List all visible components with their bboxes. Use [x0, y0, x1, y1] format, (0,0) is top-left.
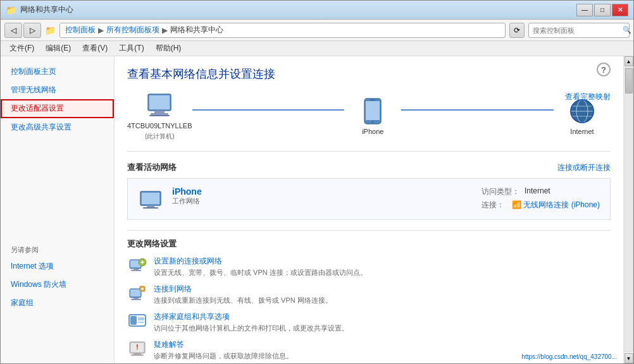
svg-rect-21: [134, 269, 139, 270]
breadcrumb-current: 网络和共享中心: [170, 25, 223, 35]
connector-2: [401, 109, 554, 111]
access-type-value: Internet: [525, 186, 550, 197]
title-bar-controls: — □ ✕: [576, 4, 628, 16]
settings-section: 更改网络设置 设置新的连接或: [127, 230, 611, 361]
connection-row: 连接： 📶 无线网络连接 (iPhone): [482, 200, 600, 210]
computer-icon: [143, 92, 176, 119]
watermark: https://blog.csdn.net/qq_432700...: [521, 352, 617, 361]
iphone-label: iPhone: [362, 128, 383, 135]
address-bar: ◁ ▷ 📁 控制面板 ▶ 所有控制面板项 ▶ 网络和共享中心 ⟳ 🔍: [1, 20, 633, 41]
scroll-thumb[interactable]: [625, 68, 633, 94]
svg-rect-2: [154, 111, 165, 113]
sidebar-item-home[interactable]: 控制面板主页: [1, 63, 114, 81]
settings-icon-1: [127, 284, 147, 301]
view-full-map-link[interactable]: 查看完整映射: [565, 92, 611, 102]
sidebar-item-firewall[interactable]: Windows 防火墙: [1, 276, 114, 294]
connection-link[interactable]: 无线网络连接 (iPhone): [523, 200, 600, 209]
settings-icon-0: [127, 256, 147, 274]
close-button[interactable]: ✕: [612, 4, 628, 16]
settings-item-title-3[interactable]: 疑难解答: [154, 339, 611, 350]
back-button[interactable]: ◁: [4, 23, 22, 38]
sidebar-item-homegroup[interactable]: 家庭组: [1, 294, 114, 312]
settings-item-content-2: 选择家庭组和共享选项 访问位于其他网络计算机上的文件和打印机，或更改共享设置。: [154, 312, 611, 333]
sidebar-item-sharing[interactable]: 更改高级共享设置: [1, 118, 114, 136]
watermark-text: https://blog.csdn.net/qq_432700...: [521, 353, 617, 360]
search-input[interactable]: [533, 27, 620, 34]
settings-item-0: 设置新的连接或网络 设置无线、宽带、拨号、临时或 VPN 连接；或设置路由器或访…: [127, 256, 611, 277]
scrollbar[interactable]: ▲ ▼: [623, 56, 633, 363]
maximize-button[interactable]: □: [594, 4, 611, 16]
svg-rect-39: [134, 353, 141, 355]
svg-text:!: !: [136, 344, 138, 351]
svg-point-7: [371, 121, 374, 123]
active-network-title: 查看活动网络: [127, 162, 177, 173]
node-internet: Internet: [554, 97, 611, 135]
connect-disconnect-link[interactable]: 连接或断开连接: [557, 162, 611, 173]
svg-rect-1: [149, 95, 170, 109]
connection-value: 📶 无线网络连接 (iPhone): [512, 200, 600, 210]
menu-edit[interactable]: 编辑(E): [40, 42, 76, 55]
refresh-button[interactable]: ⟳: [509, 23, 525, 38]
breadcrumb-bar: 控制面板 ▶ 所有控制面板项 ▶ 网络和共享中心: [59, 23, 506, 38]
active-network-header: 查看活动网络 连接或断开连接: [127, 162, 611, 173]
network-card-info: iPhone 工作网络: [172, 186, 473, 206]
scroll-up[interactable]: ▲: [625, 56, 633, 66]
settings-item-title-2[interactable]: 选择家庭组和共享选项: [154, 312, 611, 322]
scroll-down[interactable]: ▼: [625, 353, 633, 363]
menu-file[interactable]: 文件(F): [4, 42, 39, 55]
svg-rect-27: [130, 289, 140, 296]
settings-item-desc-1: 连接到或重新连接到无线、有线、拨号或 VPN 网络连接。: [154, 296, 611, 305]
title-bar: 📁 网络和共享中心 — □ ✕: [1, 1, 633, 20]
menu-help[interactable]: 帮助(H): [151, 42, 187, 55]
breadcrumb-controlpanel[interactable]: 控制面板: [65, 25, 96, 35]
connection-label: 连接：: [482, 200, 507, 210]
scroll-track: [625, 68, 633, 352]
svg-rect-8: [370, 100, 375, 101]
settings-item-content-0: 设置新的连接或网络 设置无线、宽带、拨号、临时或 VPN 连接；或设置路由器或访…: [154, 256, 611, 277]
sidebar-item-adapter[interactable]: 更改适配器设置: [1, 99, 114, 118]
computer-label: 4TCBU09LTNYLLEB: [127, 122, 192, 130]
svg-rect-34: [130, 316, 137, 325]
help-icon[interactable]: ?: [597, 63, 611, 76]
sidebar-item-internet[interactable]: Internet 选项: [1, 257, 114, 276]
title-text: 网络和共享中心: [20, 4, 73, 15]
settings-item-title-0[interactable]: 设置新的连接或网络: [154, 256, 611, 267]
node-iphone: iPhone: [344, 97, 401, 135]
minimize-button[interactable]: —: [576, 4, 593, 16]
access-type-row: 访问类型： Internet: [482, 186, 600, 197]
svg-rect-36: [138, 322, 144, 323]
menu-view[interactable]: 查看(V): [77, 42, 113, 55]
menu-tools[interactable]: 工具(T): [114, 42, 149, 55]
connector-1: [192, 109, 345, 111]
sidebar: 控制面板主页 管理无线网络 更改适配器设置 更改高级共享设置 另请参阅 Inte…: [1, 56, 115, 363]
access-type-label: 访问类型：: [482, 186, 519, 197]
network-name[interactable]: iPhone: [172, 186, 473, 197]
network-card-icon: [138, 186, 163, 212]
svg-rect-28: [134, 298, 139, 299]
main-area: 控制面板主页 管理无线网络 更改适配器设置 更改高级共享设置 另请参阅 Inte…: [1, 56, 633, 363]
settings-item-2: 选择家庭组和共享选项 访问位于其他网络计算机上的文件和打印机，或更改共享设置。: [127, 312, 611, 333]
breadcrumb-allitems[interactable]: 所有控制面板项: [106, 25, 159, 35]
forward-button[interactable]: ▷: [23, 23, 41, 38]
main-window: 📁 网络和共享中心 — □ ✕ ◁ ▷ 📁 控制面板 ▶ 所有控制面板项 ▶ 网…: [0, 0, 634, 364]
settings-item-content-1: 连接到网络 连接到或重新连接到无线、有线、拨号或 VPN 网络连接。: [154, 284, 611, 305]
svg-rect-29: [131, 299, 141, 300]
settings-item-title-1[interactable]: 连接到网络: [154, 284, 611, 294]
settings-icon-2: [127, 312, 147, 329]
sidebar-item-wireless[interactable]: 管理无线网络: [1, 81, 114, 99]
node-computer: 4TCBU09LTNYLLEB (此计算机): [127, 92, 192, 141]
settings-item-1: 连接到网络 连接到或重新连接到无线、有线、拨号或 VPN 网络连接。: [127, 284, 611, 305]
svg-rect-35: [138, 317, 144, 320]
iphone-icon: [356, 97, 389, 125]
settings-icon-3: !: [127, 339, 147, 357]
svg-rect-6: [366, 101, 380, 120]
settings-item-desc-0: 设置无线、宽带、拨号、临时或 VPN 连接；或设置路由器或访问点。: [154, 268, 611, 277]
search-box: 🔍: [528, 23, 630, 38]
network-details: 访问类型： Internet 连接： 📶 无线网络连接 (iPhone): [482, 186, 600, 210]
svg-rect-4: [149, 115, 170, 116]
folder-icon: 📁: [6, 5, 16, 15]
network-type: 工作网络: [172, 197, 473, 206]
nav-buttons: ◁ ▷: [4, 23, 41, 38]
network-diagram: 4TCBU09LTNYLLEB (此计算机) iP: [127, 92, 611, 152]
settings-item-desc-2: 访问位于其他网络计算机上的文件和打印机，或更改共享设置。: [154, 324, 611, 333]
